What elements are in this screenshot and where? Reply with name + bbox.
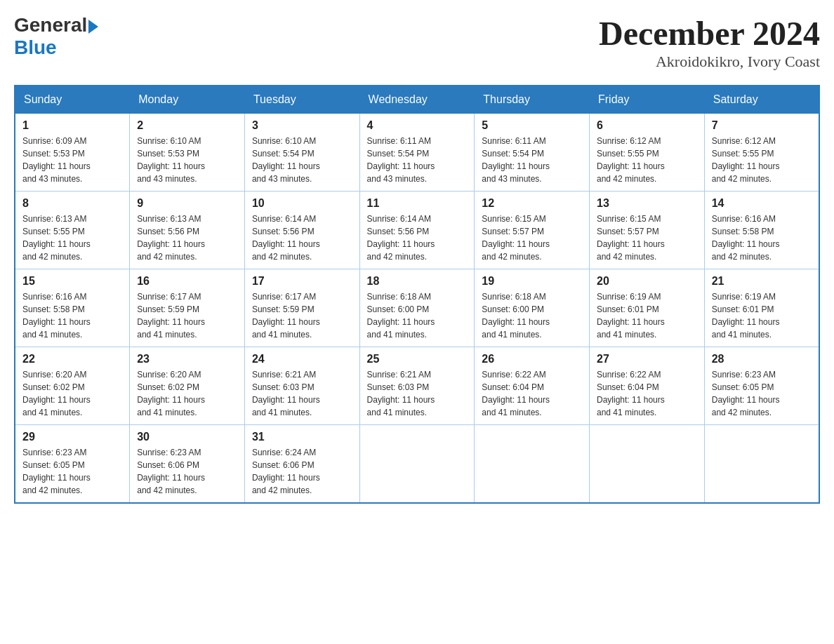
day-info: Sunrise: 6:18 AMSunset: 6:00 PMDaylight:…	[367, 290, 468, 341]
day-info: Sunrise: 6:19 AMSunset: 6:01 PMDaylight:…	[712, 290, 812, 341]
calendar-cell: 27Sunrise: 6:22 AMSunset: 6:04 PMDayligh…	[590, 347, 705, 425]
day-info: Sunrise: 6:20 AMSunset: 6:02 PMDaylight:…	[22, 368, 122, 419]
day-number: 5	[482, 119, 582, 132]
calendar-cell: 11Sunrise: 6:14 AMSunset: 5:56 PMDayligh…	[359, 192, 475, 269]
day-info: Sunrise: 6:10 AMSunset: 5:54 PMDaylight:…	[252, 135, 352, 185]
calendar-cell	[704, 425, 819, 504]
day-number: 27	[597, 353, 697, 365]
day-info: Sunrise: 6:16 AMSunset: 5:58 PMDaylight:…	[712, 213, 812, 263]
logo-general-text: General	[14, 14, 87, 36]
weekday-header-thursday: Thursday	[475, 86, 590, 114]
calendar-cell: 10Sunrise: 6:14 AMSunset: 5:56 PMDayligh…	[244, 192, 359, 269]
calendar-cell: 16Sunrise: 6:17 AMSunset: 5:59 PMDayligh…	[130, 269, 245, 347]
day-info: Sunrise: 6:16 AMSunset: 5:58 PMDaylight:…	[22, 290, 122, 341]
logo-arrow-icon	[88, 20, 98, 34]
day-info: Sunrise: 6:19 AMSunset: 6:01 PMDaylight:…	[597, 290, 697, 341]
weekday-header-row: SundayMondayTuesdayWednesdayThursdayFrid…	[15, 86, 819, 114]
weekday-header-sunday: Sunday	[15, 86, 130, 114]
day-number: 4	[367, 119, 468, 132]
calendar-cell: 17Sunrise: 6:17 AMSunset: 5:59 PMDayligh…	[244, 269, 359, 347]
day-number: 7	[712, 119, 812, 132]
day-number: 18	[367, 275, 468, 288]
calendar-cell: 22Sunrise: 6:20 AMSunset: 6:02 PMDayligh…	[15, 347, 130, 425]
day-info: Sunrise: 6:13 AMSunset: 5:56 PMDaylight:…	[137, 213, 237, 263]
day-info: Sunrise: 6:21 AMSunset: 6:03 PMDaylight:…	[367, 368, 468, 419]
weekday-header-tuesday: Tuesday	[244, 86, 359, 114]
day-info: Sunrise: 6:15 AMSunset: 5:57 PMDaylight:…	[482, 213, 582, 263]
calendar-cell: 14Sunrise: 6:16 AMSunset: 5:58 PMDayligh…	[704, 192, 819, 269]
day-number: 26	[482, 353, 582, 365]
day-info: Sunrise: 6:23 AMSunset: 6:06 PMDaylight:…	[137, 446, 237, 497]
day-number: 16	[137, 275, 237, 288]
calendar-week-row: 15Sunrise: 6:16 AMSunset: 5:58 PMDayligh…	[15, 269, 819, 347]
calendar-cell: 5Sunrise: 6:11 AMSunset: 5:54 PMDaylight…	[475, 114, 590, 192]
day-number: 28	[712, 353, 812, 365]
day-number: 10	[252, 197, 352, 210]
weekday-header-wednesday: Wednesday	[359, 86, 475, 114]
day-info: Sunrise: 6:20 AMSunset: 6:02 PMDaylight:…	[137, 368, 237, 419]
day-number: 29	[22, 431, 122, 443]
day-info: Sunrise: 6:18 AMSunset: 6:00 PMDaylight:…	[482, 290, 582, 341]
day-number: 22	[22, 353, 122, 365]
day-info: Sunrise: 6:23 AMSunset: 6:05 PMDaylight:…	[712, 368, 812, 419]
day-info: Sunrise: 6:14 AMSunset: 5:56 PMDaylight:…	[252, 213, 352, 263]
calendar-week-row: 29Sunrise: 6:23 AMSunset: 6:05 PMDayligh…	[15, 425, 819, 504]
calendar-cell: 26Sunrise: 6:22 AMSunset: 6:04 PMDayligh…	[475, 347, 590, 425]
day-info: Sunrise: 6:17 AMSunset: 5:59 PMDaylight:…	[252, 290, 352, 341]
day-info: Sunrise: 6:12 AMSunset: 5:55 PMDaylight:…	[712, 135, 812, 185]
calendar-cell: 6Sunrise: 6:12 AMSunset: 5:55 PMDaylight…	[590, 114, 705, 192]
day-info: Sunrise: 6:11 AMSunset: 5:54 PMDaylight:…	[367, 135, 468, 185]
day-number: 21	[712, 275, 812, 288]
day-number: 3	[252, 119, 352, 132]
day-info: Sunrise: 6:10 AMSunset: 5:53 PMDaylight:…	[137, 135, 237, 185]
calendar-body: 1Sunrise: 6:09 AMSunset: 5:53 PMDaylight…	[15, 114, 819, 504]
day-number: 15	[22, 275, 122, 288]
calendar-cell: 7Sunrise: 6:12 AMSunset: 5:55 PMDaylight…	[704, 114, 819, 192]
day-number: 8	[22, 197, 122, 210]
calendar-cell: 31Sunrise: 6:24 AMSunset: 6:06 PMDayligh…	[244, 425, 359, 504]
calendar-cell: 1Sunrise: 6:09 AMSunset: 5:53 PMDaylight…	[15, 114, 130, 192]
calendar-cell: 8Sunrise: 6:13 AMSunset: 5:55 PMDaylight…	[15, 192, 130, 269]
calendar-cell	[590, 425, 705, 504]
day-number: 2	[137, 119, 237, 132]
title-section: December 2024 Akroidokikro, Ivory Coast	[599, 14, 820, 71]
calendar-cell	[359, 425, 475, 504]
day-info: Sunrise: 6:13 AMSunset: 5:55 PMDaylight:…	[22, 213, 122, 263]
day-info: Sunrise: 6:21 AMSunset: 6:03 PMDaylight:…	[252, 368, 352, 419]
day-number: 12	[482, 197, 582, 210]
day-number: 14	[712, 197, 812, 210]
calendar-cell: 2Sunrise: 6:10 AMSunset: 5:53 PMDaylight…	[130, 114, 245, 192]
day-number: 9	[137, 197, 237, 210]
calendar-cell: 28Sunrise: 6:23 AMSunset: 6:05 PMDayligh…	[704, 347, 819, 425]
calendar-cell: 18Sunrise: 6:18 AMSunset: 6:00 PMDayligh…	[359, 269, 475, 347]
weekday-header-monday: Monday	[130, 86, 245, 114]
day-number: 20	[597, 275, 697, 288]
calendar-table: SundayMondayTuesdayWednesdayThursdayFrid…	[14, 85, 820, 504]
day-number: 13	[597, 197, 697, 210]
calendar-cell: 24Sunrise: 6:21 AMSunset: 6:03 PMDayligh…	[244, 347, 359, 425]
weekday-header-friday: Friday	[590, 86, 705, 114]
location-subtitle: Akroidokikro, Ivory Coast	[599, 53, 820, 71]
day-number: 1	[22, 119, 122, 132]
logo: General Blue	[14, 14, 98, 59]
day-info: Sunrise: 6:15 AMSunset: 5:57 PMDaylight:…	[597, 213, 697, 263]
day-number: 31	[252, 431, 352, 443]
day-number: 30	[137, 431, 237, 443]
calendar-cell: 20Sunrise: 6:19 AMSunset: 6:01 PMDayligh…	[590, 269, 705, 347]
day-info: Sunrise: 6:22 AMSunset: 6:04 PMDaylight:…	[482, 368, 582, 419]
day-info: Sunrise: 6:11 AMSunset: 5:54 PMDaylight:…	[482, 135, 582, 185]
calendar-cell: 4Sunrise: 6:11 AMSunset: 5:54 PMDaylight…	[359, 114, 475, 192]
calendar-cell: 30Sunrise: 6:23 AMSunset: 6:06 PMDayligh…	[130, 425, 245, 504]
calendar-week-row: 22Sunrise: 6:20 AMSunset: 6:02 PMDayligh…	[15, 347, 819, 425]
day-info: Sunrise: 6:23 AMSunset: 6:05 PMDaylight:…	[22, 446, 122, 497]
day-info: Sunrise: 6:09 AMSunset: 5:53 PMDaylight:…	[22, 135, 122, 185]
calendar-cell: 15Sunrise: 6:16 AMSunset: 5:58 PMDayligh…	[15, 269, 130, 347]
calendar-cell: 23Sunrise: 6:20 AMSunset: 6:02 PMDayligh…	[130, 347, 245, 425]
calendar-cell: 9Sunrise: 6:13 AMSunset: 5:56 PMDaylight…	[130, 192, 245, 269]
day-info: Sunrise: 6:24 AMSunset: 6:06 PMDaylight:…	[252, 446, 352, 497]
day-number: 25	[367, 353, 468, 365]
logo-blue-text: Blue	[14, 36, 98, 59]
calendar-header: SundayMondayTuesdayWednesdayThursdayFrid…	[15, 86, 819, 114]
day-number: 11	[367, 197, 468, 210]
day-info: Sunrise: 6:12 AMSunset: 5:55 PMDaylight:…	[597, 135, 697, 185]
